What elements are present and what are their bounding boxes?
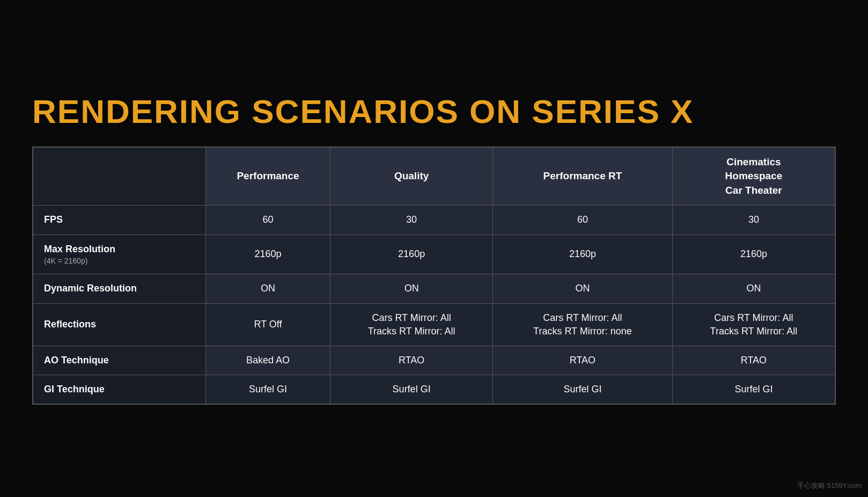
table-row: Max Resolution(4K = 2160p)2160p2160p2160…	[33, 235, 835, 274]
cell-cinematics: 2160p	[672, 235, 835, 274]
cell-performance-rt: Surfel GI	[493, 375, 673, 405]
table-wrapper: Performance Quality Performance RT Cinem…	[32, 147, 836, 405]
cell-performance-rt: Cars RT Mirror: All Tracks RT Mirror: no…	[493, 303, 673, 346]
table-row: GI TechniqueSurfel GISurfel GISurfel GIS…	[33, 375, 835, 405]
table-row: ReflectionsRT OffCars RT Mirror: All Tra…	[33, 303, 835, 346]
cell-feature: AO Technique	[33, 346, 205, 375]
rendering-table: Performance Quality Performance RT Cinem…	[32, 147, 836, 405]
cell-feature: FPS	[33, 206, 205, 235]
cell-quality: ON	[330, 274, 493, 303]
cell-performance-rt: 2160p	[493, 235, 673, 274]
table-row: FPS60306030	[33, 206, 835, 235]
cell-cinematics: Cars RT Mirror: All Tracks RT Mirror: Al…	[672, 303, 835, 346]
cell-quality: Cars RT Mirror: All Tracks RT Mirror: Al…	[330, 303, 493, 346]
cell-cinematics: Surfel GI	[672, 375, 835, 405]
cell-feature: Reflections	[33, 303, 205, 346]
cell-performance: ON	[205, 274, 330, 303]
cell-performance: 60	[205, 206, 330, 235]
cell-performance: 2160p	[205, 235, 330, 274]
cell-performance-rt: RTAO	[493, 346, 673, 375]
table-header-row: Performance Quality Performance RT Cinem…	[33, 147, 835, 206]
header-cinematics: Cinematics Homespace Car Theater	[672, 147, 835, 206]
header-performance: Performance	[205, 147, 330, 206]
table-row: AO TechniqueBaked AORTAORTAORTAO	[33, 346, 835, 375]
cell-performance: RT Off	[205, 303, 330, 346]
header-performance-rt: Performance RT	[493, 147, 673, 206]
cell-feature: Dynamic Resolution	[33, 274, 205, 303]
cell-performance: Baked AO	[205, 346, 330, 375]
cell-quality: RTAO	[330, 346, 493, 375]
header-quality: Quality	[330, 147, 493, 206]
cell-performance: Surfel GI	[205, 375, 330, 405]
page-title: RENDERING SCENARIOS ON SERIES X	[32, 92, 836, 130]
watermark: 手心攻略 5159Y.com	[797, 481, 862, 491]
cell-cinematics: 30	[672, 206, 835, 235]
cell-performance-rt: ON	[493, 274, 673, 303]
cell-feature: Max Resolution(4K = 2160p)	[33, 235, 205, 274]
cell-quality: Surfel GI	[330, 375, 493, 405]
header-feature	[33, 147, 205, 206]
cell-cinematics: RTAO	[672, 346, 835, 375]
cell-feature: GI Technique	[33, 375, 205, 405]
table-row: Dynamic ResolutionONONONON	[33, 274, 835, 303]
cell-cinematics: ON	[672, 274, 835, 303]
cell-performance-rt: 60	[493, 206, 673, 235]
cell-quality: 30	[330, 206, 493, 235]
cell-quality: 2160p	[330, 235, 493, 274]
